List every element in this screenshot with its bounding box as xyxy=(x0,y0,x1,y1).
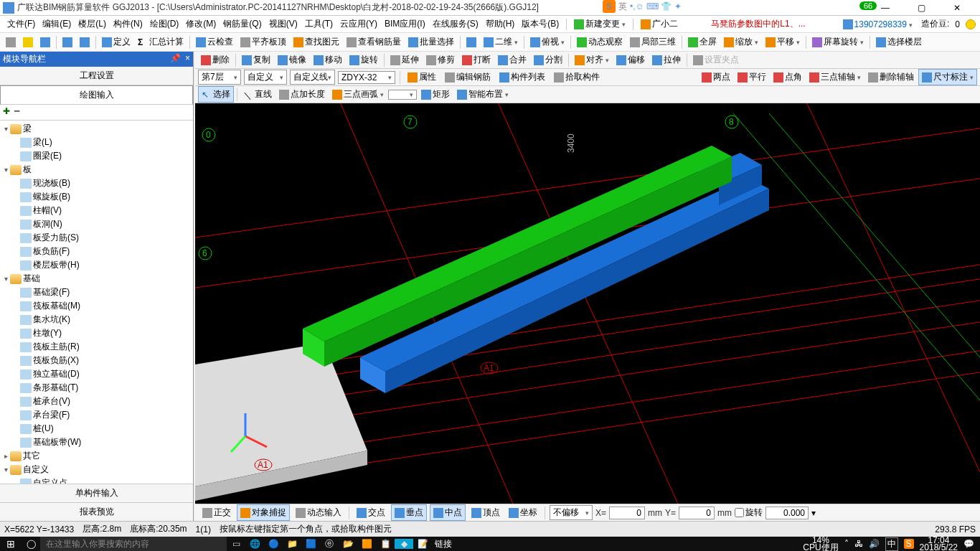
tree-item[interactable]: 柱帽(V) xyxy=(1,204,192,217)
member-select[interactable]: ZDYX-32 xyxy=(338,71,395,84)
zoom-button[interactable]: 缩放 xyxy=(721,34,761,50)
tree-item[interactable]: 承台梁(F) xyxy=(1,408,192,422)
menu-qty[interactable]: 钢筋量(Q) xyxy=(220,17,264,32)
select-floor-button[interactable]: 选择楼层 xyxy=(873,34,925,50)
tree-item[interactable]: 圈梁(E) xyxy=(1,149,192,163)
y-input[interactable] xyxy=(679,507,715,519)
menu-modify[interactable]: 修改(M) xyxy=(183,17,219,32)
trim-button[interactable]: 修剪 xyxy=(423,52,458,67)
tree-folder[interactable]: ▾自定义 xyxy=(1,463,192,476)
tree-item[interactable]: 柱墩(Y) xyxy=(1,326,192,340)
select-tool[interactable]: ↖选择 xyxy=(198,86,234,103)
3d-canvas[interactable]: 0 7 8 6 3400 A1 A1 xyxy=(195,103,980,504)
mirror-button[interactable]: 镜像 xyxy=(275,52,309,67)
tray-sogou-icon[interactable]: S xyxy=(904,539,914,549)
tree-item[interactable]: 基础板带(W) xyxy=(1,435,192,449)
screen-rotate-button[interactable]: 屏幕旋转 xyxy=(809,34,867,50)
tray-ime-icon[interactable]: 中 xyxy=(885,537,898,551)
tree-folder[interactable]: ▾梁 xyxy=(1,122,192,136)
2d-button[interactable]: 二维 xyxy=(481,34,521,50)
notification-badge[interactable]: 66 xyxy=(859,1,877,10)
subcategory-select[interactable]: 自定义线 xyxy=(290,70,335,85)
snap-mid[interactable]: 中点 xyxy=(430,504,466,521)
pan-button[interactable]: 平移 xyxy=(763,34,803,50)
system-tray[interactable]: 14%CPU使用 ˄ 🖧 🔊 中 S 17:042018/5/22 💬 xyxy=(803,537,980,551)
windows-taskbar[interactable]: ⊞ ◯ 在这里输入你要搜索的内容 ▭ 🌐 🔵 📁 🟦 ⓔ 📂 🟧 📋 ◆ 📝 链… xyxy=(0,537,980,551)
break-button[interactable]: 打断 xyxy=(459,52,494,67)
taskbar-clock[interactable]: 17:042018/5/22 xyxy=(920,537,958,551)
member-list-button[interactable]: 构件列表 xyxy=(496,70,548,85)
start-button[interactable]: ⊞ xyxy=(0,538,22,550)
menu-bim[interactable]: BIM应用(I) xyxy=(382,17,428,32)
bean-icon[interactable] xyxy=(966,19,976,29)
menu-file[interactable]: 文件(F) xyxy=(4,17,38,32)
cpu-meter[interactable]: 14%CPU使用 xyxy=(803,537,838,551)
props-button[interactable]: 属性 xyxy=(405,70,439,85)
dimension-button[interactable]: 尺寸标注 xyxy=(918,69,977,85)
offset-button[interactable]: 偏移 xyxy=(613,52,648,67)
tree-item[interactable]: 筏板基础(M) xyxy=(1,299,192,313)
tree-item[interactable]: 桩承台(V) xyxy=(1,395,192,408)
floor-select[interactable]: 第7层 xyxy=(198,70,241,85)
tree-item[interactable]: 条形基础(T) xyxy=(1,381,192,395)
rotate-dropdown-icon[interactable]: ▾ xyxy=(811,508,816,518)
orbit-button[interactable]: 动态观察 xyxy=(574,34,626,50)
aux-delete-button[interactable]: 删除辅轴 xyxy=(865,70,917,85)
menu-version[interactable]: 版本号(B) xyxy=(519,17,562,32)
aux-parallel-button[interactable]: 平行 xyxy=(735,70,769,85)
account-button[interactable]: 13907298339 xyxy=(840,19,915,30)
rotate-check[interactable]: 旋转 xyxy=(735,507,763,519)
delete-button[interactable]: 删除 xyxy=(198,52,232,67)
cortana-icon[interactable]: ◯ xyxy=(22,539,40,549)
undo-button[interactable] xyxy=(60,36,75,49)
tree-item[interactable]: 桩(U) xyxy=(1,422,192,435)
tree-item[interactable]: 独立基础(D) xyxy=(1,367,192,381)
ortho-toggle[interactable]: 正交 xyxy=(199,505,234,520)
local3d-button[interactable]: 局部三维 xyxy=(627,34,679,50)
app-icon-3[interactable]: 📁 xyxy=(283,539,301,549)
tree-folder[interactable]: ▾基础 xyxy=(1,272,192,286)
align-button[interactable]: 对齐 xyxy=(572,52,612,67)
menu-help[interactable]: 帮助(H) xyxy=(483,17,518,32)
pin-icon[interactable]: 📌 xyxy=(170,53,181,65)
aux-3pt-button[interactable]: 三点辅轴 xyxy=(806,70,864,85)
fullscreen-button[interactable]: 全屏 xyxy=(685,34,720,50)
app-icon-2[interactable]: 🔵 xyxy=(264,539,283,549)
menu-cloud[interactable]: 云应用(Y) xyxy=(337,17,380,32)
tree-item[interactable]: 板负筋(F) xyxy=(1,245,192,258)
menu-member[interactable]: 构件(N) xyxy=(110,17,146,32)
save-button[interactable] xyxy=(37,36,53,49)
tree-item[interactable]: 现浇板(B) xyxy=(1,176,192,190)
extend-button[interactable]: 延伸 xyxy=(387,52,422,67)
tree-folder[interactable]: ▾板 xyxy=(1,163,192,176)
snap-coord[interactable]: 坐标 xyxy=(506,505,540,520)
tree-item[interactable]: 筏板负筋(X) xyxy=(1,354,192,367)
tray-up-icon[interactable]: ˄ xyxy=(844,539,849,549)
app-icon-10[interactable]: 📝 xyxy=(413,539,432,549)
rotate-button[interactable]: 旋转 xyxy=(347,52,381,67)
cloud-check-button[interactable]: 云检查 xyxy=(193,34,236,50)
tree-item[interactable]: 梁(L) xyxy=(1,136,192,149)
tree-item[interactable]: 自定义点 xyxy=(1,476,192,484)
smart-layout-tool[interactable]: 智能布置 xyxy=(454,87,512,102)
new-file-button[interactable] xyxy=(3,36,19,49)
snap-vertex[interactable]: 顶点 xyxy=(468,505,503,520)
view-rebar-button[interactable]: 查看钢筋量 xyxy=(344,34,404,50)
maximize-button[interactable]: ▢ xyxy=(907,3,936,13)
move-button[interactable]: 移动 xyxy=(311,52,345,67)
app-icon-7[interactable]: 🟧 xyxy=(357,539,376,549)
close-button[interactable]: ✕ xyxy=(943,3,971,13)
tree-folder[interactable]: ▸其它 xyxy=(1,449,192,463)
snap-perp[interactable]: 垂点 xyxy=(391,504,427,521)
tab-report[interactable]: 报表预览 xyxy=(0,502,193,521)
app-icon-1[interactable]: 🌐 xyxy=(245,539,264,549)
warning-text[interactable]: 马凳筋参数图中的L1、... xyxy=(711,18,805,30)
aux-2pt-button[interactable]: 两点 xyxy=(699,70,733,85)
app-icon-6[interactable]: 📂 xyxy=(339,539,357,549)
menu-online[interactable]: 在线服务(S) xyxy=(430,17,481,32)
taskbar-link[interactable]: 链接 xyxy=(435,538,452,550)
sum-button[interactable]: Σ汇总计算 xyxy=(135,34,187,50)
point-length-tool[interactable]: 点加长度 xyxy=(276,87,328,102)
expand-all-icon[interactable]: ✚ xyxy=(3,106,10,118)
align-top-button[interactable]: 平齐板顶 xyxy=(237,34,289,50)
